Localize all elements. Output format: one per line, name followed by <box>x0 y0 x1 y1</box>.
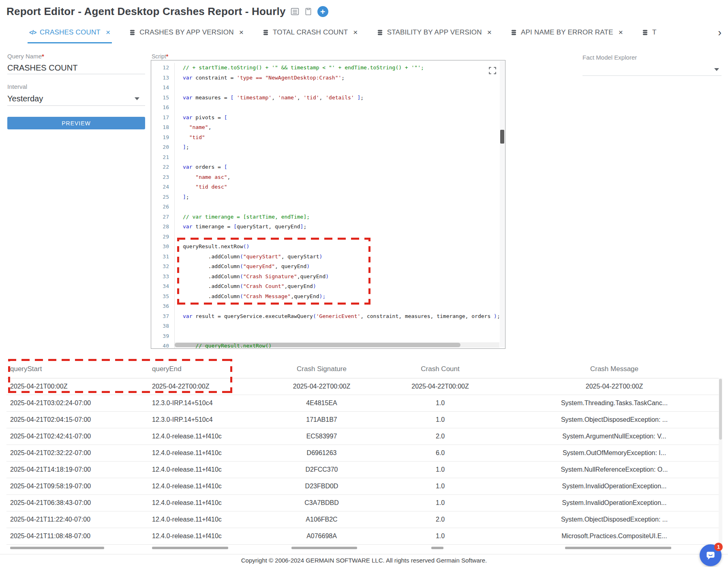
tab-stability-by-app-version[interactable]: STABILITY BY APP VERSION× <box>375 22 493 43</box>
table-cell: 12.3.0-IRP.14+510c4 <box>148 412 270 428</box>
column-header-crash-message: Crash Message <box>507 360 722 378</box>
table-row: 2025-04-21T11:22:40-07:0012.4.0-release.… <box>6 511 722 528</box>
code-line[interactable]: 28var timerange = [queryStart, queryEnd]… <box>151 222 505 232</box>
code-line[interactable]: 14 <box>151 83 505 93</box>
code-text <box>175 331 183 341</box>
code-text <box>175 152 183 163</box>
line-number: 36 <box>151 301 175 311</box>
line-number: 28 <box>151 222 175 232</box>
tab-total-crash-count[interactable]: TOTAL CRASH COUNT× <box>261 22 360 43</box>
tab-close-icon[interactable]: × <box>106 28 110 36</box>
table-cell: 12.4.0-release.11+f410c <box>148 445 270 461</box>
code-text: "tid desc" <box>175 182 227 192</box>
code-line[interactable]: 12// + startTime.toString() + '" && time… <box>151 63 505 73</box>
table-cell: 2025-04-22T00:00Z <box>373 378 507 395</box>
tab-overflow-chevron-icon[interactable]: › <box>718 27 722 38</box>
table-cell: D2FCC370 <box>270 462 373 478</box>
table-cell: A076698A <box>270 528 373 544</box>
code-line[interactable]: 37var result = queryService.executeRawQu… <box>151 311 505 322</box>
add-report-button[interactable]: + <box>317 6 328 17</box>
table-vertical-scrollbar[interactable] <box>719 378 722 548</box>
code-line[interactable]: 33 .addColumn("Crash Signature",queryEnd… <box>151 272 505 282</box>
table-cell: 4E4815EA <box>270 395 373 411</box>
table-cell: 1.0 <box>373 478 507 494</box>
tab-crashes-count[interactable]: </>CRASHES COUNT× <box>28 22 112 43</box>
code-line[interactable]: 31 .addColumn("queryStart", queryStart) <box>151 252 505 262</box>
line-number: 27 <box>151 212 175 222</box>
table-cell: 2025-04-21T14:18:19-07:00 <box>6 462 148 478</box>
fact-model-explorer-select[interactable] <box>582 63 722 76</box>
code-line[interactable]: 40 // queryResult.nextRow() <box>151 341 505 349</box>
code-text <box>175 321 183 331</box>
tab-crashes-by-app-version[interactable]: CRASHES BY APP VERSION× <box>127 22 245 43</box>
table-cell: D6961263 <box>270 445 373 461</box>
report-template-icon[interactable] <box>304 7 313 16</box>
database-icon <box>262 29 269 36</box>
line-number: 24 <box>151 182 175 192</box>
scrollbar-thumb[interactable] <box>500 130 504 144</box>
code-line[interactable]: 30queryResult.nextRow() <box>151 242 505 252</box>
script-label: Script* <box>152 53 168 60</box>
database-icon <box>377 29 383 36</box>
column-header-queryend: queryEnd <box>148 360 270 378</box>
code-line[interactable]: 17var pivots = [ <box>151 113 505 123</box>
table-row: 2025-04-21T02:32:22-07:0012.4.0-release.… <box>6 445 722 462</box>
line-number: 29 <box>151 232 175 242</box>
code-line[interactable]: 15var measures = [ 'timestamp', 'name', … <box>151 93 505 103</box>
line-number: 16 <box>151 103 175 113</box>
chat-launcher-button[interactable]: 1 <box>700 544 722 566</box>
query-name-input[interactable] <box>7 62 145 74</box>
code-line[interactable]: 26 <box>151 202 505 212</box>
editor-vertical-scrollbar[interactable] <box>500 61 505 347</box>
code-line[interactable]: 22var orders = [ <box>151 162 505 172</box>
tab-close-icon[interactable]: × <box>619 28 623 36</box>
table-cell: 12.4.0-release.11+f410c <box>148 528 270 544</box>
code-line[interactable]: 24 "tid desc" <box>151 182 505 192</box>
tab-close-icon[interactable]: × <box>239 28 244 36</box>
code-line[interactable]: 25]; <box>151 192 505 202</box>
table-body: 2025-04-21T00:00Z2025-04-22T00:00Z2025-0… <box>6 378 722 545</box>
tab-close-icon[interactable]: × <box>487 28 492 36</box>
code-line[interactable]: 16 <box>151 103 505 113</box>
code-text: .addColumn("Crash Signature",queryEnd) <box>175 272 329 282</box>
table-cell: 2025-04-21T02:32:22-07:00 <box>6 445 148 461</box>
code-line[interactable]: 27// var timerange = [startTime, endTime… <box>151 212 505 222</box>
line-number: 33 <box>151 272 175 282</box>
chevron-down-icon <box>135 97 139 100</box>
code-lines[interactable]: 12// + startTime.toString() + '" && time… <box>151 60 505 348</box>
chevron-down-icon <box>714 68 719 71</box>
table-cell: EC583997 <box>270 428 373 445</box>
report-editor-page: Report Editor - Agent Desktop Crashes Re… <box>0 0 728 567</box>
code-text: // queryResult.nextRow() <box>175 341 272 349</box>
code-line[interactable]: 38 <box>151 321 505 331</box>
preview-button[interactable]: PREVIEW <box>7 117 145 129</box>
code-text <box>175 232 183 242</box>
code-line[interactable]: 35 .addColumn("Crash Message",queryEnd); <box>151 292 505 302</box>
code-line[interactable]: 39 <box>151 331 505 341</box>
code-line[interactable]: 18 "name", <box>151 122 505 133</box>
script-editor[interactable]: 12// + startTime.toString() + '" && time… <box>151 60 505 349</box>
code-line[interactable]: 32 .addColumn("queryEnd", queryEnd) <box>151 262 505 272</box>
scrollbar-thumb[interactable] <box>719 379 722 440</box>
code-line[interactable]: 20]; <box>151 142 505 152</box>
code-line[interactable]: 29 <box>151 232 505 242</box>
tab-api-name-by-error-rate[interactable]: API NAME BY ERROR RATE× <box>509 22 625 43</box>
database-icon <box>642 29 649 36</box>
code-line[interactable]: 13var constraint = 'type == "NewAgentDes… <box>151 73 505 83</box>
code-line[interactable]: 34 .addColumn("Crash Count",queryEnd) <box>151 281 505 292</box>
tab-close-icon[interactable]: × <box>353 28 358 36</box>
results-table: queryStartqueryEndCrash SignatureCrash C… <box>6 360 722 556</box>
required-marker: * <box>42 53 44 60</box>
table-cell: 12.4.0-release.11+f410c <box>148 478 270 494</box>
line-number: 39 <box>151 331 175 341</box>
tab-t[interactable]: T <box>640 22 658 43</box>
report-list-icon[interactable] <box>291 7 299 16</box>
code-line[interactable]: 36 <box>151 301 505 311</box>
table-cell: System.ObjectDisposedException: ... <box>507 511 722 528</box>
code-line[interactable]: 21 <box>151 152 505 163</box>
interval-select[interactable]: Yesterday <box>7 92 145 106</box>
table-cell: 2025-04-22T00:00Z <box>507 378 722 395</box>
code-line[interactable]: 23 "name asc", <box>151 172 505 183</box>
fullscreen-icon[interactable] <box>489 67 496 74</box>
code-line[interactable]: 19 "tid" <box>151 133 505 143</box>
